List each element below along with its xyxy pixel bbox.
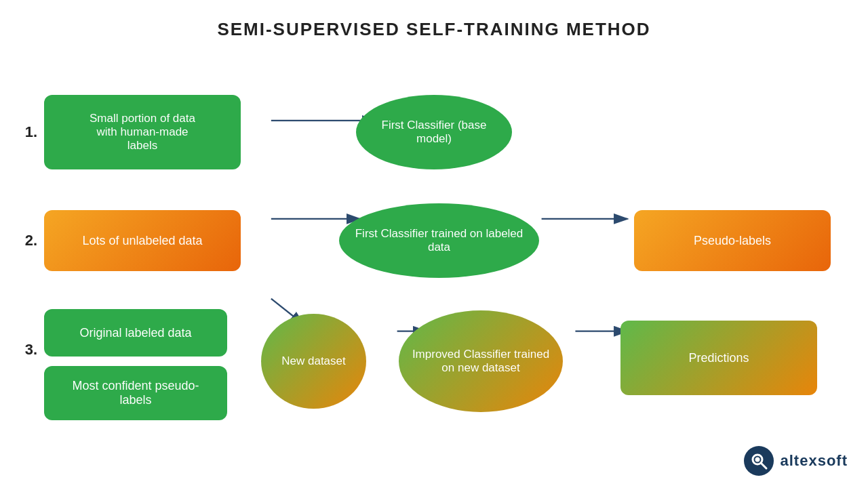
row-2: 2. Lots of unlabeled data First Classifi… xyxy=(0,203,868,278)
row-1-source: Small portion of data with human-made la… xyxy=(44,95,241,169)
row-2-source: Lots of unlabeled data xyxy=(44,210,241,271)
svg-point-9 xyxy=(755,458,760,462)
row-3: 3. Original labeled data Most confident … xyxy=(0,304,868,420)
row-2-number: 2. xyxy=(0,232,44,249)
row-3-number: 3. xyxy=(0,304,44,359)
row-1-number: 1. xyxy=(0,123,44,141)
logo-text: altexsoft xyxy=(781,452,848,470)
row-3-source2: Most confident pseudo- labels xyxy=(44,366,227,420)
logo-icon xyxy=(744,446,774,476)
row-3-output: Predictions xyxy=(620,321,817,395)
row-3-source1: Original labeled data xyxy=(44,309,227,357)
row-3-middle: New dataset xyxy=(261,314,366,409)
row-2-classifier: First Classifier trained on labeled data xyxy=(339,203,539,278)
logo: altexsoft xyxy=(744,446,848,476)
row-3-classifier: Improved Classifier trained on new datas… xyxy=(399,310,563,412)
row-1: 1. Small portion of data with human-made… xyxy=(0,95,868,169)
row-1-classifier: First Classifier (base model) xyxy=(356,95,512,169)
row-2-output: Pseudo-labels xyxy=(634,210,831,271)
svg-line-10 xyxy=(761,463,766,468)
page-title: SEMI-SUPERVISED SELF-TRAINING METHOD xyxy=(0,0,868,40)
